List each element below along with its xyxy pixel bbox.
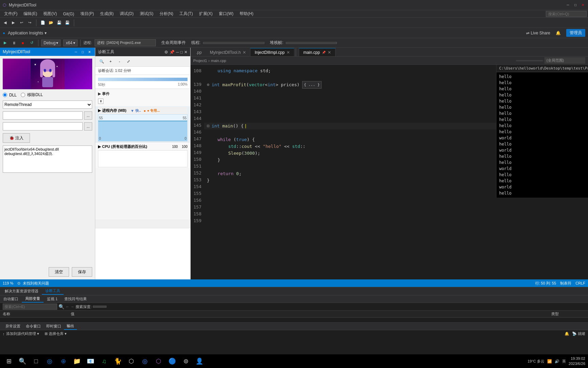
menu-project[interactable]: 项目(P) — [78, 10, 97, 18]
new-file-button[interactable]: 📄 — [39, 19, 47, 27]
debug-config-dropdown[interactable]: Debug ▾ — [41, 40, 61, 46]
notification-icon[interactable]: 🔔 — [556, 31, 561, 35]
nav-scope-dropdown[interactable] — [516, 60, 543, 61]
minimize-button[interactable]: ─ — [566, 3, 570, 7]
select-repo-label[interactable]: ⊞ 选择仓库 ▾ — [45, 331, 67, 336]
back-button[interactable]: ◀ — [1, 19, 9, 27]
menu-test[interactable]: 测试(S) — [137, 10, 156, 18]
menu-analyze[interactable]: 分析(N) — [157, 10, 176, 18]
bell-icon[interactable]: 🔔 — [565, 332, 569, 336]
diag-settings-icon[interactable]: ⚙ — [164, 50, 168, 55]
debug-tab-cmd[interactable]: 命令窗口 — [23, 323, 44, 329]
locals-search-input[interactable] — [3, 304, 57, 310]
menu-tools[interactable]: 工具(T) — [177, 10, 195, 18]
diag-maximize-icon[interactable]: □ — [180, 50, 183, 55]
forward-button[interactable]: ▶ — [10, 19, 17, 27]
dll-option-remove[interactable]: 移除DLL — [21, 92, 43, 98]
diag-close-icon[interactable]: ✕ — [184, 50, 187, 55]
taskbar-edge-button[interactable]: ◎ — [44, 355, 56, 367]
diag-pause-button[interactable]: ⏸ — [98, 98, 103, 104]
code-tab-header[interactable]: MyInjectDllTool.h ✕ — [206, 48, 250, 56]
main-tab-close-icon[interactable]: ✕ — [328, 50, 331, 55]
locals-tab-auto[interactable]: 自动窗口 — [0, 296, 22, 302]
save-button[interactable]: 保存 — [72, 267, 92, 277]
tab-header-close-icon[interactable]: ✕ — [243, 50, 246, 55]
menu-view[interactable]: 视图(V) — [40, 10, 60, 18]
locals-tab-locals[interactable]: 局部变量 — [22, 295, 44, 303]
dll-browse-button[interactable]: ... — [84, 122, 92, 131]
app-insights-button[interactable]: Application Insights ▾ — [8, 31, 46, 35]
taskbar-ie-button[interactable]: ⊕ — [57, 355, 69, 367]
open-button[interactable]: 📂 — [47, 19, 55, 27]
locals-depth-dropdown[interactable] — [93, 306, 107, 308]
code-tab-main[interactable]: main.cpp 📌 ✕ — [299, 48, 336, 56]
locals-tab-find-symbol[interactable]: 查找符号结果 — [61, 296, 90, 302]
taskbar-explorer-button[interactable]: 📁 — [71, 355, 83, 367]
stack-dropdown[interactable] — [286, 42, 337, 44]
diag-pin-icon[interactable]: 📌 — [169, 50, 175, 55]
locals-search-icon[interactable]: 🔍 — [59, 304, 64, 309]
process-browse-button[interactable]: ... — [84, 111, 92, 120]
diag-events-header[interactable]: ▶ 事件 — [98, 90, 187, 97]
undo-button[interactable]: ↩ — [18, 19, 25, 27]
taskbar-chrome-button[interactable]: ◎ — [139, 355, 151, 367]
menu-build[interactable]: 生成(B) — [97, 10, 116, 18]
close-button[interactable]: ✕ — [581, 3, 585, 7]
diag-fit-button[interactable]: ⤢ — [125, 58, 132, 65]
main-tab-pin-icon[interactable]: 📌 — [322, 51, 326, 54]
bottom-tab-solution[interactable]: 解决方案资源管理器 — [1, 288, 42, 294]
clear-button[interactable]: 清空 — [49, 267, 69, 277]
diag-zoom-out-button[interactable]: - — [116, 58, 123, 65]
save-all-button[interactable]: 💾 — [64, 19, 71, 27]
diag-zoom-in-button[interactable]: + — [107, 58, 114, 65]
maximize-button[interactable]: □ — [573, 3, 578, 7]
dll-radio-inject[interactable] — [3, 93, 7, 97]
inject-method-dropdown[interactable]: RemoteThread — [3, 101, 92, 109]
add-to-source-label[interactable]: 添加到源代码管理 ▾ — [6, 331, 39, 336]
code-tab-impl[interactable]: InjectDllImpl.cpp ✕ — [250, 48, 294, 56]
dll-minimize-button[interactable]: ─ — [73, 49, 79, 55]
taskbar-start-button[interactable]: ⊞ — [3, 355, 15, 367]
dll-radio-remove[interactable] — [21, 93, 25, 97]
live-share-button[interactable]: ⇌ Live Share — [526, 31, 550, 35]
platform-dropdown[interactable]: x64 ▾ — [63, 40, 77, 46]
process-dropdown[interactable]: 进程: [34024] Project1.exe — [95, 39, 156, 46]
live-status[interactable]: 📡 就绪 — [572, 331, 585, 336]
debug-pause-button[interactable]: ⏸ — [10, 39, 18, 47]
debug-tab-immediate[interactable]: 即时窗口 — [44, 323, 64, 329]
taskbar-app2-button[interactable]: ⬡ — [125, 355, 137, 367]
taskbar-app1-button[interactable]: 🐈 — [112, 355, 124, 367]
dll-maximize-button[interactable]: □ — [80, 49, 85, 55]
menu-git[interactable]: Git(G) — [60, 10, 77, 18]
taskbar-widgets-button[interactable]: □ — [30, 355, 42, 367]
taskbar-people-button[interactable]: 👤 — [193, 355, 206, 367]
menu-help[interactable]: 帮助(H) — [237, 10, 256, 18]
debug-continue-button[interactable]: ▶ — [1, 39, 9, 47]
process-input[interactable] — [3, 111, 83, 120]
menu-extensions[interactable]: 扩展(X) — [196, 10, 215, 18]
redo-button[interactable]: ↪ — [26, 19, 33, 27]
taskbar-spotify-button[interactable]: ♫ — [98, 355, 110, 367]
manage-button[interactable]: 管理员 — [566, 29, 585, 37]
menu-file[interactable]: 文件(F) — [1, 10, 20, 18]
debug-restart-button[interactable]: ↺ — [28, 39, 35, 47]
tab-impl-close-icon[interactable]: ✕ — [287, 50, 290, 55]
code-tab-pp[interactable]: .pp — [192, 48, 206, 56]
menu-debug[interactable]: 调试(D) — [117, 10, 136, 18]
debug-tab-output[interactable]: 输出 — [64, 323, 77, 330]
dll-option-dll[interactable]: DLL — [3, 93, 17, 97]
taskbar-search-button[interactable]: 🔍 — [16, 355, 29, 367]
search-input[interactable] — [546, 11, 587, 17]
dll-close-button[interactable]: ✕ — [87, 49, 92, 55]
menu-window[interactable]: 窗口(W) — [216, 10, 236, 18]
bottom-tab-diag[interactable]: 诊断工具 — [42, 288, 64, 295]
taskbar-vs-button[interactable]: ⬡ — [152, 355, 165, 367]
debug-stop-button[interactable]: ■ — [19, 39, 27, 47]
diag-search-button[interactable]: 🔍 — [98, 58, 105, 65]
inject-button[interactable]: 🐞 注入 — [3, 133, 30, 143]
taskbar-app4-button[interactable]: ⊚ — [180, 355, 192, 367]
locals-tab-watch[interactable]: 监视 1 — [44, 296, 61, 302]
debug-tab-exceptions[interactable]: 异常设置 — [3, 323, 23, 329]
taskbar-app3-button[interactable]: 🔵 — [166, 355, 178, 367]
taskbar-mail-button[interactable]: 📧 — [84, 355, 97, 367]
